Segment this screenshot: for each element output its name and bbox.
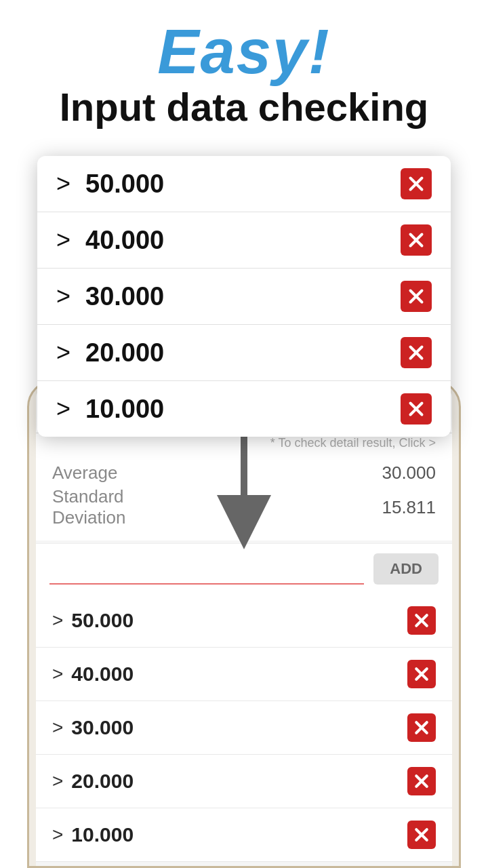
gt-symbol: > — [56, 395, 70, 423]
gt-symbol: > — [56, 338, 70, 367]
list-item: > 40.000 — [36, 648, 452, 701]
delete-button[interactable] — [401, 224, 432, 256]
row-value: 40.000 — [71, 663, 134, 686]
gt-symbol: > — [56, 282, 70, 311]
list-item: > 30.000 — [37, 269, 451, 325]
delete-button[interactable] — [401, 337, 432, 368]
list-item: > 20.000 — [37, 325, 451, 381]
gt-symbol: > — [52, 824, 63, 846]
delete-button[interactable] — [407, 660, 436, 688]
row-value: 40.000 — [85, 226, 164, 255]
delete-button[interactable] — [407, 767, 436, 795]
delete-button[interactable] — [407, 606, 436, 635]
row-value: 10.000 — [71, 823, 134, 846]
list-item: > 20.000 — [36, 755, 452, 808]
row-value: 10.000 — [85, 395, 164, 424]
svg-marker-1 — [217, 495, 271, 549]
delete-button[interactable] — [407, 821, 436, 849]
row-value: 20.000 — [85, 338, 164, 368]
list-item: > 40.000 — [37, 212, 451, 269]
gt-symbol: > — [56, 170, 70, 198]
average-label: Average — [52, 462, 117, 484]
gt-symbol: > — [52, 663, 63, 685]
header-section: Easy! Input data checking — [0, 0, 488, 142]
average-value: 30.000 — [382, 462, 436, 484]
delete-button[interactable] — [401, 393, 432, 425]
std-label: StandardDeviation — [52, 486, 125, 528]
gt-symbol: > — [56, 226, 70, 254]
list-item: > 10.000 — [36, 808, 452, 862]
row-value: 50.000 — [85, 170, 164, 199]
title-easy: Easy! — [14, 20, 474, 83]
delete-button[interactable] — [401, 168, 432, 199]
row-value: 20.000 — [71, 770, 134, 793]
row-value: 30.000 — [85, 282, 164, 311]
number-input[interactable] — [49, 554, 364, 585]
list-item: > 10.000 — [37, 381, 451, 437]
list-item: > 50.000 — [37, 156, 451, 212]
list-item: > 50.000 — [36, 594, 452, 648]
title-sub: Input data checking — [14, 85, 474, 129]
row-value: 30.000 — [71, 716, 134, 739]
gt-symbol: > — [52, 770, 63, 792]
delete-button[interactable] — [401, 281, 432, 312]
gt-symbol: > — [52, 610, 63, 631]
add-button[interactable]: ADD — [373, 553, 439, 585]
std-value: 15.811 — [382, 497, 436, 518]
row-value: 50.000 — [71, 609, 134, 632]
list-item: > 30.000 — [36, 701, 452, 755]
overlay-card: > 50.000 > 40.000 > 30.000 > 20.000 > 10… — [37, 156, 451, 437]
delete-button[interactable] — [407, 713, 436, 742]
gt-symbol: > — [52, 717, 63, 738]
